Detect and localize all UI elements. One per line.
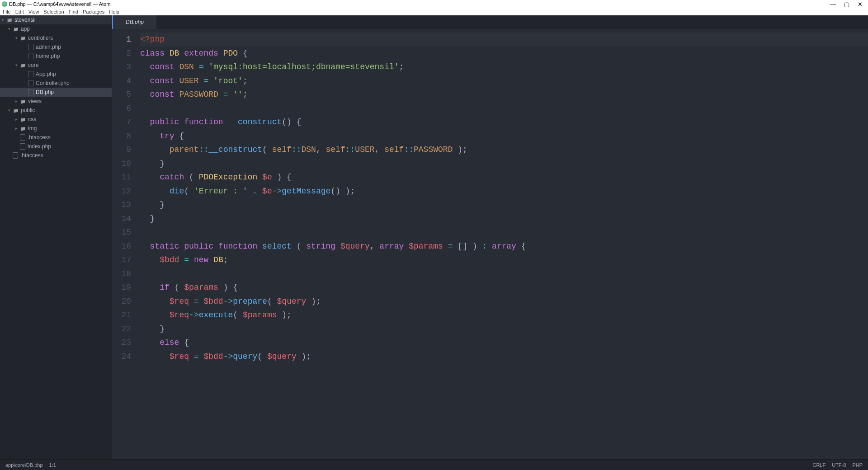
project-root-label: stevensil — [14, 17, 36, 23]
file-icon — [28, 44, 33, 50]
menu-bar: File Edit View Selection Find Packages H… — [0, 8, 868, 15]
tree-item-label: Controller.php — [36, 80, 70, 86]
status-language[interactable]: PHP — [852, 462, 863, 468]
menu-edit[interactable]: Edit — [15, 9, 24, 14]
status-encoding[interactable]: UTF-8 — [832, 462, 846, 468]
tree-file-db-php[interactable]: DB.php — [0, 88, 112, 97]
tree-item-label: public — [21, 107, 35, 113]
window-minimize-button[interactable]: — — [830, 1, 836, 8]
folder-icon — [20, 35, 26, 41]
tree-file-admin-php[interactable]: admin.php — [0, 42, 112, 52]
window-maximize-button[interactable]: ▢ — [844, 1, 849, 8]
window-close-button[interactable]: ✕ — [858, 1, 863, 8]
window-titlebar: DB.php — C:\wamp64\www\stevensil — Atom … — [0, 0, 868, 8]
file-icon — [28, 53, 33, 59]
folder-icon — [20, 62, 26, 68]
tree-file--htaccess[interactable]: .htaccess — [0, 133, 112, 142]
status-line-ending[interactable]: CRLF — [812, 462, 826, 468]
code-editor[interactable]: 123456789101112131415161718192021222324 … — [112, 29, 868, 459]
tree-item-label: core — [28, 62, 38, 68]
folder-icon — [20, 98, 26, 104]
tree-item-label: css — [28, 116, 36, 122]
folder-icon — [13, 107, 19, 113]
tree-folder-controllers[interactable]: ▾controllers — [0, 33, 112, 42]
folder-icon — [20, 116, 26, 122]
menu-selection[interactable]: Selection — [43, 9, 64, 14]
chevron-right-icon: ▸ — [15, 99, 20, 103]
tree-folder-views[interactable]: ▸views — [0, 97, 112, 106]
tree-file-home-php[interactable]: home.php — [0, 52, 112, 61]
folder-icon — [13, 26, 19, 32]
tree-item-label: admin.php — [36, 44, 61, 50]
file-icon — [28, 80, 33, 86]
tree-item-label: App.php — [36, 71, 56, 77]
tab-db-php[interactable]: DB.php — [112, 15, 156, 29]
chevron-down-icon: ▾ — [15, 36, 20, 40]
window-title: DB.php — C:\wamp64\www\stevensil — Atom — [9, 1, 110, 7]
menu-file[interactable]: File — [3, 9, 11, 14]
tree-item-label: .htaccess — [20, 152, 43, 159]
tree-item-label: views — [28, 98, 42, 104]
status-cursor-pos[interactable]: 1:1 — [49, 462, 56, 468]
chevron-down-icon: ▾ — [8, 108, 13, 113]
tree-item-label: .htaccess — [28, 134, 51, 141]
file-icon — [28, 89, 33, 95]
chevron-right-icon: ▸ — [15, 117, 20, 122]
line-number-gutter: 123456789101112131415161718192021222324 — [112, 29, 138, 459]
tree-item-label: index.php — [28, 143, 51, 150]
tree-file--htaccess[interactable]: .htaccess — [0, 151, 112, 160]
status-bar: app\core\DB.php 1:1 CRLF UTF-8 PHP — [0, 459, 868, 470]
tree-file-app-php[interactable]: App.php — [0, 70, 112, 79]
tree-folder-css[interactable]: ▸css — [0, 115, 112, 124]
tree-file-index-php[interactable]: index.php — [0, 142, 112, 151]
tab-label: DB.php — [126, 19, 144, 25]
menu-help[interactable]: Help — [109, 9, 119, 14]
tree-item-label: DB.php — [36, 89, 54, 95]
status-file-path[interactable]: app\core\DB.php — [5, 462, 43, 468]
file-icon — [20, 143, 25, 150]
tree-folder-img[interactable]: ▸img — [0, 124, 112, 133]
tree-folder-app[interactable]: ▾app — [0, 24, 112, 33]
tree-item-label: app — [21, 26, 30, 32]
file-icon — [20, 134, 25, 141]
menu-packages[interactable]: Packages — [83, 9, 104, 14]
tree-item-label: img — [28, 125, 37, 132]
tree-file-controller-php[interactable]: Controller.php — [0, 79, 112, 88]
tree-folder-public[interactable]: ▾public — [0, 106, 112, 115]
chevron-down-icon: ▾ — [15, 63, 20, 67]
chevron-down-icon: ▾ — [8, 27, 13, 31]
file-icon — [28, 71, 33, 77]
menu-view[interactable]: View — [28, 9, 39, 14]
tree-item-label: home.php — [36, 53, 60, 59]
tree-folder-core[interactable]: ▾core — [0, 61, 112, 70]
chevron-right-icon: ▸ — [15, 126, 20, 131]
code-area[interactable]: <?phpclass DB extends PDO { const DSN = … — [138, 29, 868, 459]
file-icon — [13, 152, 18, 159]
project-sidebar[interactable]: ▾ stevensil ▾app▾controllers admin.php h… — [0, 15, 112, 459]
editor-pane: DB.php 123456789101112131415161718192021… — [112, 15, 868, 459]
tab-bar[interactable]: DB.php — [112, 15, 868, 29]
folder-icon — [6, 17, 13, 23]
project-root[interactable]: ▾ stevensil — [0, 15, 112, 24]
folder-icon — [20, 125, 26, 132]
tree-item-label: controllers — [28, 35, 53, 41]
chevron-down-icon: ▾ — [2, 18, 6, 22]
atom-app-icon — [2, 1, 7, 7]
menu-find[interactable]: Find — [69, 9, 78, 14]
